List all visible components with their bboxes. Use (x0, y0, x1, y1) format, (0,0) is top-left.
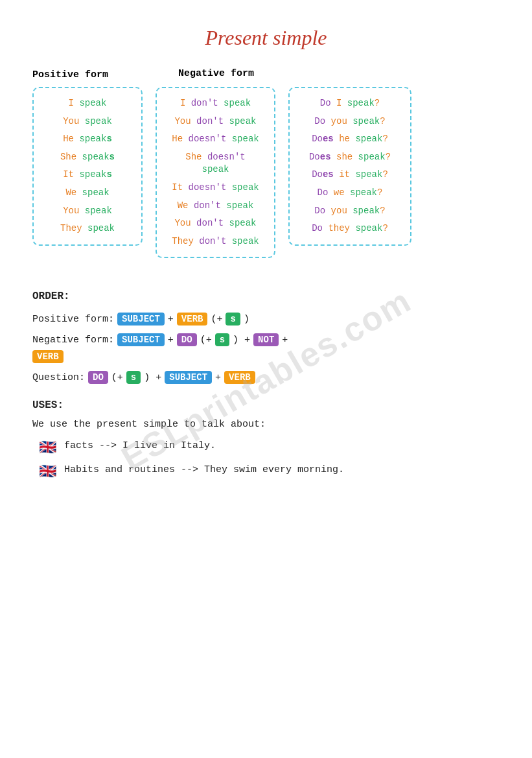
neg-row-6: We don't speak (168, 200, 262, 213)
q-row-3: Does he speak? (301, 133, 399, 146)
neg-row-4: She doesn'tspeak (168, 151, 262, 176)
badge-subject-q: SUBJECT (165, 371, 212, 384)
q-row-8: Do they speak? (301, 222, 399, 235)
negative-form-header: Negative form (178, 68, 308, 79)
flag-icon-2: 🇬🇧 (39, 463, 56, 480)
neg-row-8: They don't speak (168, 235, 262, 248)
uses-item-text-2: Habits and routines --> They swim every … (64, 463, 344, 478)
order-negative-row: Negative form: SUBJECT + DO (+ s ) + NOT… (32, 333, 500, 346)
question-box: Do I speak? Do you speak? Does he speak?… (288, 87, 411, 246)
pos-row-1: I speak (45, 97, 130, 110)
q-row-5: Does it speak? (301, 169, 399, 182)
order-question-row: Question: DO (+ s ) + SUBJECT + VERB (32, 371, 500, 384)
pos-row-3: He speaks (45, 133, 130, 146)
badge-verb-neg: VERB (32, 350, 64, 363)
neg-row-1: I don't speak (168, 97, 262, 110)
badge-do-neg: DO (177, 333, 197, 346)
neg-row-3: He doesn't speak (168, 133, 262, 146)
pos-row-4: She speaks (45, 151, 130, 164)
badge-subject-neg: SUBJECT (117, 333, 165, 346)
uses-section: USES: We use the present simple to talk … (32, 399, 500, 480)
badge-s-q: s (126, 371, 141, 384)
pos-row-7: You speak (45, 205, 130, 218)
pos-row-6: We speak (45, 187, 130, 200)
order-section: ORDER: Positive form: SUBJECT + VERB (+ … (32, 290, 500, 384)
order-positive-label: Positive form: (32, 314, 114, 325)
badge-s-neg: s (215, 333, 229, 346)
badge-s-pos: s (226, 313, 240, 326)
pos-row-5: It speaks (45, 169, 130, 182)
flag-icon-1: 🇬🇧 (39, 439, 56, 456)
q-row-4: Does she speak? (301, 151, 399, 164)
neg-row-5: It doesn't speak (168, 182, 262, 195)
pos-row-2: You speak (45, 115, 130, 128)
order-negative-label: Negative form: (32, 335, 114, 346)
badge-do-q: DO (88, 371, 108, 384)
neg-row-2: You don't speak (168, 115, 262, 128)
uses-item-1: 🇬🇧 facts --> I live in Italy. (39, 439, 500, 456)
positive-box: I speak You speak He speaks She speaks I… (32, 87, 143, 246)
negative-box: I don't speak You don't speak He doesn't… (156, 87, 275, 258)
pos-row-8: They speak (45, 222, 130, 235)
page-title: Present simple (32, 26, 500, 50)
order-negative-verb-row: VERB (32, 350, 500, 363)
q-row-2: Do you speak? (301, 115, 399, 128)
order-positive-row: Positive form: SUBJECT + VERB (+ s ) (32, 313, 500, 326)
q-row-1: Do I speak? (301, 97, 399, 110)
uses-list: 🇬🇧 facts --> I live in Italy. 🇬🇧 Habits … (39, 439, 500, 480)
badge-subject-pos: SUBJECT (117, 313, 165, 326)
badge-verb-pos: VERB (177, 313, 208, 326)
order-question-label: Question: (32, 372, 85, 383)
uses-item-text-1: facts --> I live in Italy. (64, 439, 216, 454)
q-row-6: Do we speak? (301, 187, 399, 200)
positive-form-header: Positive form (32, 69, 165, 80)
uses-item-2: 🇬🇧 Habits and routines --> They swim eve… (39, 463, 500, 480)
neg-row-7: You don't speak (168, 217, 262, 230)
order-title: ORDER: (32, 290, 500, 302)
badge-not-neg: NOT (253, 333, 279, 346)
q-row-7: Do you speak? (301, 205, 399, 218)
uses-intro: We use the present simple to talk about: (32, 419, 500, 430)
uses-title: USES: (32, 399, 500, 411)
conjugation-tables: I speak You speak He speaks She speaks I… (32, 87, 500, 258)
badge-verb-q: VERB (224, 371, 255, 384)
